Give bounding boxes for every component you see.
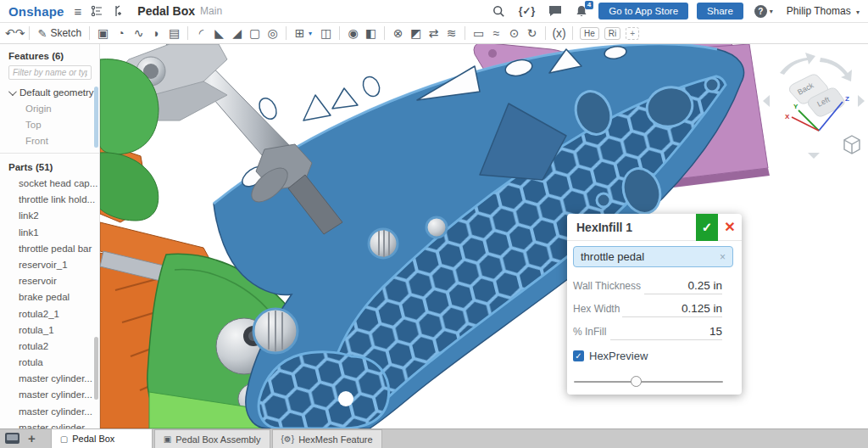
parameter-value-input[interactable]: 0.125 in xyxy=(622,302,722,317)
notifications-bell-icon[interactable]: 4 xyxy=(576,5,587,18)
selection-field[interactable]: throttle pedal × xyxy=(573,246,733,267)
parts-list-item[interactable]: brake pedal xyxy=(0,289,99,305)
feature-studio-icon[interactable]: {✓} xyxy=(519,5,535,17)
parts-list-item[interactable]: socket head cap... xyxy=(0,176,99,192)
parameter-value-input[interactable]: 0.25 in xyxy=(644,279,722,294)
parts-list-item[interactable]: master cylinder... xyxy=(0,387,99,403)
draft-icon[interactable]: ◢ xyxy=(228,24,246,42)
chevron-down-icon[interactable] xyxy=(8,87,17,96)
parts-list-item[interactable]: rotula2 xyxy=(0,339,99,355)
tab-label: Pedal Box xyxy=(72,434,114,444)
tree-item-default-plane[interactable]: Front xyxy=(0,133,99,149)
svg-text:Y: Y xyxy=(793,103,798,110)
create-version-icon[interactable] xyxy=(113,5,123,17)
redo-icon[interactable]: ↷ xyxy=(15,26,25,40)
foot-notch xyxy=(338,391,353,406)
sweep-icon[interactable]: ∿ xyxy=(130,24,147,42)
chamfer-icon[interactable]: ◣ xyxy=(210,24,228,42)
onshape-logo[interactable]: Onshape xyxy=(8,4,64,19)
comments-icon[interactable] xyxy=(548,5,562,17)
onshape-window: Onshape ≡ Pedal Box Main {✓} 4 Go to App… xyxy=(0,0,868,448)
revolve-icon[interactable]: ◔ xyxy=(112,24,130,42)
search-icon[interactable] xyxy=(492,5,505,18)
user-caret-icon: ▾ xyxy=(856,8,860,16)
tab-type-icon: ▣ xyxy=(164,434,171,444)
parts-list-item[interactable]: master cylinder... xyxy=(0,371,99,387)
hole-icon[interactable]: ◎ xyxy=(264,24,281,42)
delete-face-icon[interactable]: ⊗ xyxy=(389,24,407,42)
share-button[interactable]: Share xyxy=(697,3,743,20)
loft-icon[interactable]: ◗ xyxy=(147,24,165,42)
extrude-icon[interactable]: ▣ xyxy=(94,24,112,42)
user-menu-button[interactable]: Philip Thomas ▾ xyxy=(787,5,860,17)
manage-tabs-icon[interactable] xyxy=(5,433,19,444)
tab-hexmesh-feature[interactable]: {⚙} HexMesh Feature xyxy=(272,429,382,448)
parts-list-item[interactable]: master cylinder... xyxy=(0,404,99,420)
toolbar-separator xyxy=(465,26,465,40)
svg-text:Z: Z xyxy=(845,95,849,103)
feature-toolbar: ↶↷ ✎ Sketch ▣◔∿◗▤◜◣◢▢◎⊞▾◫◉◧⊗◩⇄≋▭≈⊙↻(x)He… xyxy=(0,23,868,44)
panel-divider xyxy=(0,153,99,154)
parts-list-item[interactable]: reservoir xyxy=(0,273,99,289)
isometric-view-button[interactable] xyxy=(844,136,860,154)
add-tab-button[interactable]: + xyxy=(28,430,36,447)
sketch-button[interactable]: ✎ Sketch xyxy=(37,27,81,40)
offset-surface-icon[interactable]: ≋ xyxy=(442,24,460,42)
dialog-confirm-button[interactable]: ✓ xyxy=(696,214,718,241)
parts-list-item[interactable]: rotula2_1 xyxy=(0,306,99,322)
variables-icon[interactable]: (x) xyxy=(550,24,568,42)
split-icon[interactable]: ◧ xyxy=(362,24,380,42)
slider-track[interactable] xyxy=(574,381,723,383)
tree-item-default-geometry[interactable]: Default geometry xyxy=(0,85,99,101)
features-scrollbar[interactable] xyxy=(94,87,98,148)
parts-list-item[interactable]: link2 xyxy=(0,208,99,224)
helix-icon[interactable]: ⊙ xyxy=(505,24,523,42)
selection-clear-icon[interactable]: × xyxy=(720,251,726,263)
help-menu-button[interactable]: ? ▾ xyxy=(754,5,773,18)
tree-item-default-plane[interactable]: Origin xyxy=(0,101,99,117)
tree-item-default-plane[interactable]: Top xyxy=(0,117,99,133)
tab-type-icon: ▢ xyxy=(60,434,68,444)
parts-list-item[interactable]: rotula_1 xyxy=(0,322,99,339)
tab-type-icon: {⚙} xyxy=(281,434,295,444)
graphics-viewport[interactable]: Features (6) Default geometry OriginTopF… xyxy=(0,44,868,428)
parts-list-item[interactable]: link1 xyxy=(0,225,99,241)
parts-list-item[interactable]: rotula xyxy=(0,355,99,371)
feature-filter-input[interactable] xyxy=(8,65,92,80)
toolbar-separator xyxy=(286,26,287,40)
undo-icon[interactable]: ↶ xyxy=(5,26,15,40)
boolean-icon[interactable]: ◉ xyxy=(344,24,362,42)
versions-history-icon[interactable] xyxy=(91,5,103,17)
parameter-label: % InFill xyxy=(573,326,606,338)
thicken-icon[interactable]: ▤ xyxy=(165,24,183,42)
parts-list-item[interactable]: throttle pedal bar xyxy=(0,241,99,257)
custom-feature-ri-button[interactable]: Ri xyxy=(604,27,620,40)
tab-pedal-box-assembly[interactable]: ▣ Pedal Box Assembly xyxy=(154,429,270,448)
hexpreview-checkbox[interactable]: ✓ xyxy=(573,350,584,361)
add-custom-feature-button[interactable]: + xyxy=(626,27,639,40)
fillet-icon[interactable]: ◜ xyxy=(192,24,210,42)
parts-list-item[interactable]: reservoir_1 xyxy=(0,257,99,273)
pattern-dropdown-caret[interactable]: ▾ xyxy=(309,30,317,37)
move-face-icon[interactable]: ◩ xyxy=(407,24,425,42)
upper-mount-part[interactable] xyxy=(100,59,159,221)
view-cube[interactable]: Back Left Z Y X xyxy=(761,48,866,160)
slider-handle[interactable] xyxy=(631,376,642,387)
parts-scrollbar[interactable] xyxy=(94,337,98,400)
toolbar-separator xyxy=(187,26,188,40)
custom-feature-he-button[interactable]: He xyxy=(580,27,599,40)
parts-list-item[interactable]: master cylinder xyxy=(0,420,99,428)
modify-fillet-icon[interactable]: ↻ xyxy=(523,24,541,42)
mirror-icon[interactable]: ◫ xyxy=(317,24,335,42)
hamburger-menu-icon[interactable]: ≡ xyxy=(75,4,82,19)
curves-icon[interactable]: ≈ xyxy=(487,24,505,42)
tab-pedal-box[interactable]: ▢ Pedal Box xyxy=(51,428,153,448)
go-to-app-store-button[interactable]: Go to App Store xyxy=(598,3,688,20)
dialog-cancel-button[interactable]: ✕ xyxy=(718,219,742,235)
transform-icon[interactable]: ⇄ xyxy=(425,24,442,42)
parameter-value-input[interactable]: 15 xyxy=(610,325,722,340)
parts-list-item[interactable]: throttle link hold... xyxy=(0,192,99,208)
surface-icon[interactable]: ▭ xyxy=(470,24,487,42)
shell-icon[interactable]: ▢ xyxy=(246,24,264,42)
linear-pattern-icon[interactable]: ⊞ xyxy=(291,24,309,42)
